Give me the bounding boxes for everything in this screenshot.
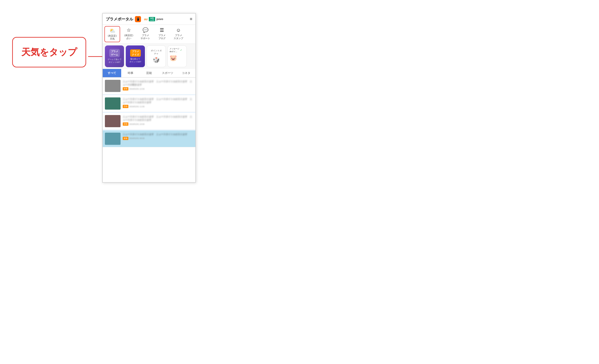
news-thumbnail xyxy=(105,97,121,110)
widget-points-label: ポイントガチャ xyxy=(151,49,162,55)
blog-icon: ☰ xyxy=(160,27,164,33)
news-content: ニュースタイトルが入ります ニュースタイトルが入ります ニュースタイトルが入りま… xyxy=(123,115,193,127)
weather-label: (未設定)天気 xyxy=(108,34,117,40)
news-thumbnail xyxy=(105,133,121,145)
widget-game-sub: ゲームで遊んでポイントGET xyxy=(108,58,121,64)
news-tag: 芸能 xyxy=(123,105,128,108)
weather-icon: ⛅ xyxy=(109,28,115,34)
news-list: ニュースタイトルが入ります ニュースタイトルが入ります ニュースが続きます 速報… xyxy=(103,78,195,147)
news-meta: 速報 2024/01/01 09:00 xyxy=(123,137,193,140)
brand-au: au xyxy=(144,17,148,21)
widget-message-title: メッセージdeポイ... xyxy=(169,47,179,53)
tab-sports[interactable]: スポーツ xyxy=(159,69,177,77)
tab-bar: すべて 時事 芸能 スポーツ コネタ xyxy=(103,69,195,78)
nav-item-blog[interactable]: ☰ プラメブログ xyxy=(154,26,170,41)
news-title: ニュースタイトルが入ります ニュースタイトルが入ります ニュースタイトルが入りま… xyxy=(123,97,193,104)
news-title: ニュースタイトルが入ります ニュースタイトルが入ります ニュースが続きます xyxy=(123,80,193,87)
app-header: プラメポータル 📱 au UQ mobile povo ≡ xyxy=(103,13,195,25)
widget-game[interactable]: プラメゲーム ゲームで遊んでポイントGET xyxy=(105,45,124,67)
widget-quiz[interactable]: プラメクイズ 脳を鍛えてポイントGET xyxy=(126,45,145,67)
tab-current-events[interactable]: 時事 xyxy=(121,69,140,77)
tab-trivia[interactable]: コネタ xyxy=(177,69,195,77)
widget-message-header: メッセージdeポイ... ✓ xyxy=(169,47,182,53)
callout-box: 天気をタップ xyxy=(12,37,86,67)
news-title: ニュースタイトルが入ります ニュースタイトルが入ります ニュースタイトルが入りま… xyxy=(123,115,193,122)
app-title: プラメポータル xyxy=(106,17,133,22)
news-content: ニュースタイトルが入ります ニュースタイトルが入ります 速報 2024/01/0… xyxy=(123,133,193,145)
app-icon: 📱 xyxy=(135,16,141,22)
news-item[interactable]: ニュースタイトルが入ります ニュースタイトルが入ります ニュースタイトルが入りま… xyxy=(103,113,195,130)
tab-all[interactable]: すべて xyxy=(103,69,121,77)
news-content: ニュースタイトルが入ります ニュースタイトルが入ります ニュースタイトルが入りま… xyxy=(123,97,193,110)
news-tag: 速報 xyxy=(123,87,128,90)
widget-quiz-sub: 脳を鍛えてポイントGET xyxy=(130,58,141,63)
nav-item-weather[interactable]: ⛅ (未設定)天気 xyxy=(105,26,120,42)
news-meta: 速報 2024/01/01 12:00 xyxy=(123,87,193,90)
widget-quiz-badge: プラメクイズ xyxy=(132,50,139,56)
blog-label: プラメブログ xyxy=(159,34,166,40)
news-thumbnail xyxy=(105,115,121,127)
widget-row: プラメゲーム ゲームで遊んでポイントGET プラメクイズ 脳を鍛えてポイントGE… xyxy=(103,44,195,69)
news-title: ニュースタイトルが入ります ニュースタイトルが入ります xyxy=(123,133,193,136)
news-time: 2024/01/01 09:00 xyxy=(129,137,144,139)
news-meta: 芸能 2024/01/01 10:00 xyxy=(123,122,193,126)
news-content: ニュースタイトルが入ります ニュースタイトルが入ります ニュースが続きます 速報… xyxy=(123,80,193,92)
tab-entertainment[interactable]: 芸能 xyxy=(140,69,158,77)
phone-mockup: プラメポータル 📱 au UQ mobile povo ≡ ⛅ (未設定)天気 … xyxy=(102,13,196,183)
widget-message-check-icon: ✓ xyxy=(180,49,182,52)
widget-message-icon: 🐷 xyxy=(169,54,177,61)
brand-uq: UQ mobile xyxy=(149,17,155,21)
fortune-label: (未設定)占い xyxy=(124,34,133,40)
news-item[interactable]: ニュースタイトルが入ります ニュースタイトルが入ります ニュースタイトルが入りま… xyxy=(103,95,195,112)
support-icon: 💬 xyxy=(142,27,148,33)
widget-game-title: プラメゲーム xyxy=(111,50,118,56)
nav-item-stamp[interactable]: ☺ プラメスタンプ xyxy=(171,26,186,41)
news-tag: 速報 xyxy=(123,137,128,140)
news-tag: 芸能 xyxy=(123,122,128,126)
stamp-icon: ☺ xyxy=(176,27,181,33)
widget-message[interactable]: メッセージdeポイ... ✓ 🐷 xyxy=(167,45,187,67)
news-item[interactable]: ニュースタイトルが入ります ニュースタイトルが入ります ニュースが続きます 速報… xyxy=(103,78,195,94)
menu-button[interactable]: ≡ xyxy=(190,17,192,22)
news-time: 2024/01/01 11:00 xyxy=(129,105,144,108)
nav-item-fortune[interactable]: ☆ (未設定)占い xyxy=(121,26,137,41)
news-item[interactable]: ニュースタイトルが入ります ニュースタイトルが入ります 速報 2024/01/0… xyxy=(103,130,195,147)
news-time: 2024/01/01 12:00 xyxy=(129,88,144,90)
fortune-icon: ☆ xyxy=(127,27,131,33)
news-time: 2024/01/01 10:00 xyxy=(129,123,144,125)
support-label: プラメサポート xyxy=(141,34,150,40)
brand-logos: au UQ mobile povo xyxy=(144,17,163,21)
nav-icons-row: ⛅ (未設定)天気 ☆ (未設定)占い 💬 プラメサポート ☰ プラメブログ ☺… xyxy=(103,25,195,44)
news-meta: 芸能 2024/01/01 11:00 xyxy=(123,105,193,108)
nav-item-support[interactable]: 💬 プラメサポート xyxy=(138,26,153,41)
widget-points-icon: 🎲 xyxy=(153,57,160,63)
widget-points[interactable]: ポイントガチャ 🎲 xyxy=(147,45,166,67)
news-thumbnail xyxy=(105,80,121,92)
brand-povo: povo xyxy=(157,17,163,21)
callout-text: 天気をタップ xyxy=(21,46,77,58)
stamp-label: プラメスタンプ xyxy=(174,34,183,40)
